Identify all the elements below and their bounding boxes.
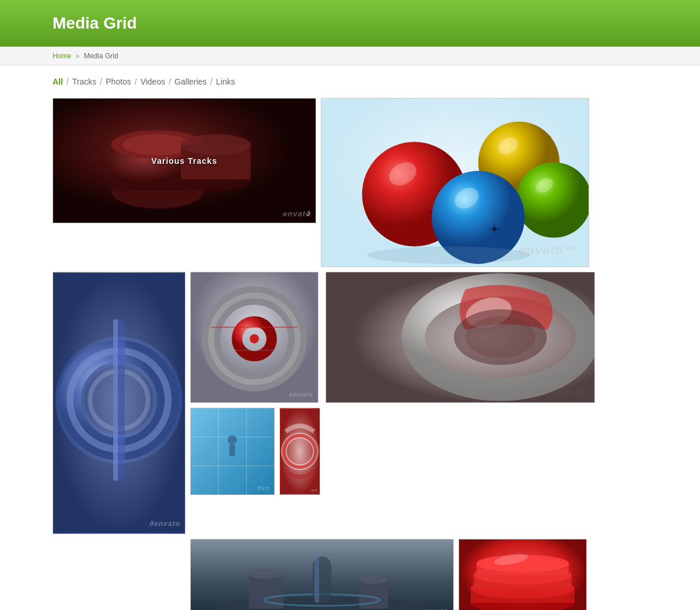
grid-row-1: Various Tracks ♪ envato (52, 98, 595, 267)
breadcrumb-current: Media Grid (84, 52, 118, 60)
grid-row-3: envato (52, 539, 595, 610)
watermark-1: envato (283, 209, 311, 218)
grid-item-blue-ring[interactable]: ðenvato (52, 272, 186, 534)
svg-point-23 (368, 247, 531, 264)
grid-item-tracks[interactable]: Various Tracks ♪ envato (52, 98, 316, 223)
svg-point-7 (181, 134, 250, 155)
filter-nav: All / Tracks / Photos / Videos / Galleri… (52, 77, 648, 86)
right-column: envato (190, 272, 321, 534)
main-content: All / Tracks / Photos / Videos / Galleri… (41, 65, 659, 610)
svg-point-35 (250, 334, 259, 343)
svg-point-58 (359, 576, 388, 584)
grid-item-gray-ring[interactable]: envato (190, 272, 318, 403)
media-grid: Various Tracks ♪ envato (52, 98, 595, 610)
svg-point-52 (466, 316, 535, 358)
filter-links[interactable]: Links (216, 77, 235, 86)
small-items-row: ðen (190, 408, 321, 495)
breadcrumb-home[interactable]: Home (52, 52, 71, 60)
grid-item-blue-glass[interactable]: ðen (190, 408, 275, 495)
svg-point-56 (249, 569, 284, 579)
grid-item-red-abstract[interactable]: en (279, 408, 320, 495)
watermark-2: envato™ (519, 243, 577, 258)
breadcrumb-bar: Home » Media Grid (0, 47, 700, 65)
grid-item-red-stack[interactable]: ðenvato (459, 539, 587, 610)
svg-rect-61 (314, 556, 319, 603)
svg-rect-44 (229, 444, 235, 456)
watermark-5: ðen (257, 485, 270, 492)
watermark-7: ðenvrat (555, 387, 589, 397)
grid-item-spheres[interactable]: envato™ (321, 98, 589, 267)
svg-point-16 (516, 162, 589, 237)
watermark-4: envato (289, 391, 313, 398)
filter-videos[interactable]: Videos (141, 77, 166, 86)
filter-tracks[interactable]: Tracks (72, 77, 96, 86)
track-overlay-label: Various Tracks (152, 156, 218, 166)
svg-point-43 (228, 435, 237, 444)
grid-item-blue-studio[interactable]: envato (190, 539, 454, 610)
watermark-6: en (312, 488, 318, 493)
filter-all[interactable]: All (52, 77, 63, 86)
page-title: Media Grid (52, 14, 648, 33)
filter-photos[interactable]: Photos (106, 77, 131, 86)
grid-item-wide-red-ring[interactable]: ðenvrat (326, 272, 595, 403)
grid-row-2: ðenvato (52, 272, 595, 534)
breadcrumb-separator: » (76, 52, 80, 60)
watermark-3: ðenvato (149, 520, 180, 528)
filter-galleries[interactable]: Galleries (174, 77, 206, 86)
header: Media Grid (0, 0, 700, 47)
watermark-8: envato (422, 607, 449, 610)
